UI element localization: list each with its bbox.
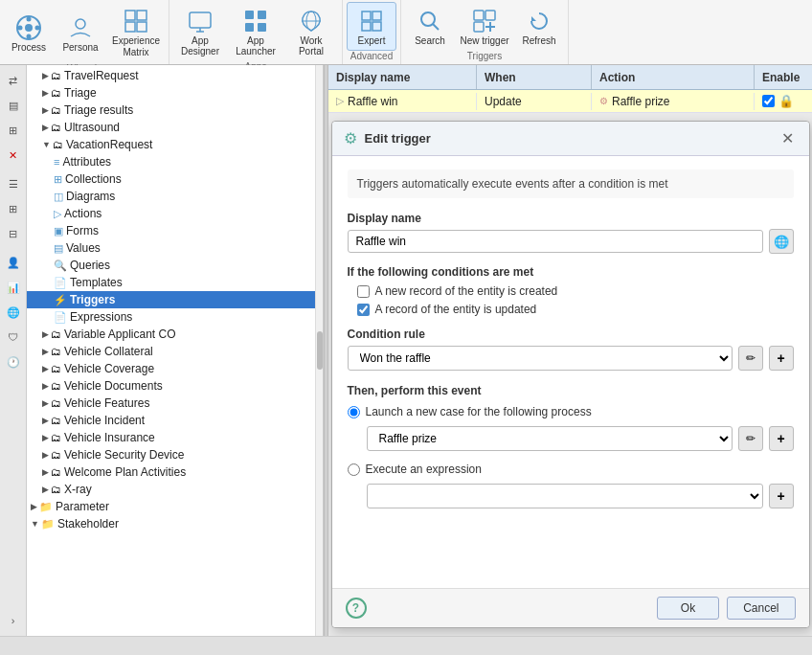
tree-item-travelrequest[interactable]: ▶ 🗂 TravelRequest [27,67,323,84]
experience-matrix-button[interactable]: ExperienceMatrix [107,2,165,63]
toolbar-group-apps: App Designer App Launcher Work Portal Ap… [169,0,343,64]
expand-icon: ▶ [42,485,49,494]
help-icon[interactable]: ? [346,598,367,619]
welcome-plan-activities-label: Welcome Plan Activities [64,465,186,479]
tree-item-vehicle-documents[interactable]: ▶ 🗂 Vehicle Documents [27,377,323,395]
condition-rule-edit-button[interactable]: ✏ [738,346,763,371]
sidebar-icon-10[interactable]: 🌐 [2,301,25,324]
tree-item-stakeholder[interactable]: ▼ 📁 Stakeholder [27,515,323,532]
work-portal-button[interactable]: Work Portal [284,2,338,61]
sidebar-icon-4[interactable]: ✕ [2,144,25,167]
refresh-button[interactable]: Refresh [514,2,564,51]
svg-point-3 [27,34,32,38]
process-add-button[interactable]: + [769,426,794,451]
tree-item-collections[interactable]: ⊞ Collections [27,170,323,188]
tree-item-x-ray[interactable]: ▶ 🗂 X-ray [27,481,323,498]
cell-when: Update [477,93,592,110]
table-row[interactable]: ▷ Raffle win Update ⚙ Raffle prize 🔒 [328,90,812,113]
display-name-globe-button[interactable]: 🌐 [769,229,794,254]
tree-item-triage-results[interactable]: ▶ 🗂 Triage results [27,102,323,119]
edit-trigger-modal: ⚙ Edit trigger ✕ Triggers automatically … [331,121,810,628]
display-name-section: Display name 🌐 [348,212,794,254]
tree-item-variable-applicant[interactable]: ▶ 🗂 Variable Applicant CO [27,326,323,343]
modal-description: Triggers automatically execute events af… [348,169,794,198]
app-designer-label: App Designer [176,35,224,56]
new-trigger-button[interactable]: New trigger [457,2,512,51]
tree-item-parameter[interactable]: ▶ 📁 Parameter [27,498,323,515]
condition-rule-select[interactable]: Won the raffle [348,346,733,371]
process-button[interactable]: Process [4,9,54,57]
tree-item-templates[interactable]: 📄 Templates [27,274,323,291]
condition2-checkbox[interactable] [357,304,370,316]
expand-icon: ▼ [31,519,39,529]
vehicle-collateral-label: Vehicle Collateral [64,345,153,358]
sidebar-icon-1[interactable]: ⇄ [2,69,25,92]
modal-close-button[interactable]: ✕ [778,129,798,147]
sidebar-icon-12[interactable]: 🕐 [2,350,25,373]
tree-item-diagrams[interactable]: ◫ Diagrams [27,188,323,205]
sidebar-icon-9[interactable]: 📊 [2,276,25,299]
svg-rect-20 [362,11,371,20]
sidebar-icon-expand[interactable]: › [2,609,25,632]
sidebar-icon-6[interactable]: ⊞ [2,197,25,220]
attributes-label: Attributes [62,155,111,169]
tree-item-vehicle-incident[interactable]: ▶ 🗂 Vehicle Incident [27,412,323,429]
ok-button[interactable]: Ok [657,597,719,620]
app-launcher-button[interactable]: App Launcher [229,2,282,61]
search-button[interactable]: Search [405,2,455,51]
process-label: Process [11,42,46,53]
tree-scroll-area[interactable]: ▶ 🗂 TravelRequest ▶ 🗂 Triage ▶ 🗂 Triage … [27,65,323,636]
modal-trigger-icon: ⚙ [344,129,357,147]
tree-item-values[interactable]: ▤ Values [27,239,323,257]
expression-select[interactable] [367,484,763,508]
radio2-input[interactable] [348,463,360,476]
tree-item-ultrasound[interactable]: ▶ 🗂 Ultrasound [27,119,323,136]
tree-item-actions[interactable]: ▷ Actions [27,205,323,222]
process-select[interactable]: Raffle prize [367,426,733,451]
tree-item-vehicle-security-device[interactable]: ▶ 🗂 Vehicle Security Device [27,446,323,463]
condition-rule-add-button[interactable]: + [769,346,794,371]
tree-scrollbar[interactable] [315,65,323,636]
tree-item-forms[interactable]: ▣ Forms [27,222,323,239]
tree-item-vehicle-features[interactable]: ▶ 🗂 Vehicle Features [27,395,323,412]
tree-item-vehicle-insurance[interactable]: ▶ 🗂 Vehicle Insurance [27,429,323,446]
sidebar-icon-2[interactable]: ▤ [2,94,25,117]
cell-enable[interactable]: 🔒 [755,92,812,110]
sidebar-icon-5[interactable]: ☰ [2,172,25,195]
stakeholder-label: Stakeholder [57,517,119,531]
condition1-checkbox[interactable] [357,285,370,298]
process-edit-button[interactable]: ✏ [738,426,763,451]
main-area: ⇄ ▤ ⊞ ✕ ☰ ⊞ ⊟ 👤 📊 🌐 🛡 🕐 › ▶ 🗂 TravelRequ… [0,65,812,636]
cancel-button[interactable]: Cancel [727,597,795,620]
tree-item-vehicle-collateral[interactable]: ▶ 🗂 Vehicle Collateral [27,343,323,360]
sidebar-icon-8[interactable]: 👤 [2,251,25,274]
radio1-input[interactable] [348,406,360,418]
expression-add-button[interactable]: + [769,484,794,508]
tree-item-vacationrequest[interactable]: ▼ 🗂 VacationRequest [27,136,323,153]
expand-icon: ▶ [42,433,49,442]
expert-button[interactable]: Expert [347,2,396,51]
tree-item-attributes[interactable]: ≡ Attributes [27,153,323,170]
condition-rule-section: Condition rule Won the raffle ✏ + [348,328,794,371]
tree-item-triage[interactable]: ▶ 🗂 Triage [27,84,323,102]
sidebar-icon-11[interactable]: 🛡 [2,326,25,349]
forms-label: Forms [66,224,99,237]
tree-item-queries[interactable]: 🔍 Queries [27,257,323,274]
condition2-label: A record of the entity is updated [375,303,537,316]
persona-button[interactable]: Persona [56,9,105,57]
tree-item-triggers[interactable]: ⚡ Triggers [27,291,323,308]
expand-icon: ▶ [42,329,49,339]
vehicle-documents-label: Vehicle Documents [64,379,163,393]
tree-item-welcome-plan-activities[interactable]: ▶ 🗂 Welcome Plan Activities [27,463,323,481]
display-name-input[interactable] [348,230,763,253]
tree-item-vehicle-coverage[interactable]: ▶ 🗂 Vehicle Coverage [27,360,323,377]
app-designer-button[interactable]: App Designer [173,2,227,61]
enable-checkbox[interactable] [762,95,775,107]
expand-icon: ▶ [42,381,49,391]
cell-action: ⚙ Raffle prize [592,93,755,110]
col-when: When [477,65,592,89]
tree-item-expressions[interactable]: 📄 Expressions [27,308,323,326]
sidebar-icon-7[interactable]: ⊟ [2,222,25,245]
expand-icon: ▶ [42,88,49,98]
sidebar-icon-3[interactable]: ⊞ [2,119,25,142]
